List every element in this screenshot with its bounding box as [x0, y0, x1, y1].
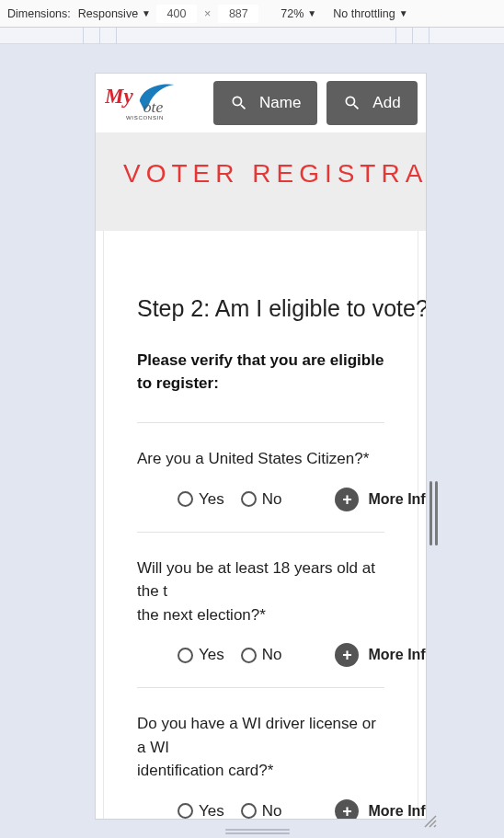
drag-handle-icon[interactable]	[225, 829, 290, 834]
radio-icon	[178, 803, 193, 819]
logo-vote-text: ote	[143, 98, 164, 116]
radio-no-label: No	[262, 646, 282, 664]
plus-icon: +	[335, 643, 359, 667]
more-info-label: More Inf	[368, 491, 425, 508]
radio-yes[interactable]: Yes	[178, 646, 224, 664]
page-title: VOTER REGISTRAT	[123, 159, 398, 189]
radio-yes-label: Yes	[199, 490, 224, 509]
radio-icon	[241, 491, 257, 507]
search-icon	[343, 94, 361, 112]
logo-my-text: My	[105, 86, 133, 109]
question-text: Are you a United States Citizen?*	[137, 447, 384, 471]
device-viewport-wrap: My ote WISCONSIN Name Add VOTER REGISTRA…	[0, 44, 504, 838]
devtools-ruler	[0, 28, 504, 44]
radio-icon	[241, 803, 257, 819]
chevron-down-icon: ▼	[307, 8, 316, 18]
plus-icon: +	[335, 799, 359, 819]
dimensions-label: Dimensions:	[7, 7, 71, 20]
question-block: Will you be at least 18 years old at the…	[137, 532, 384, 688]
more-info-label: More Inf	[368, 803, 425, 819]
more-info-toggle[interactable]: + More Inf	[335, 643, 425, 667]
radio-no-label: No	[262, 802, 282, 819]
radio-icon	[178, 491, 193, 507]
search-name-label: Name	[259, 94, 301, 112]
plus-icon: +	[335, 488, 359, 511]
dimension-separator: ×	[202, 7, 212, 20]
width-input[interactable]	[156, 5, 197, 23]
radio-yes-label: Yes	[199, 802, 224, 819]
radio-no[interactable]: No	[241, 646, 282, 664]
zoom-dropdown[interactable]: 72% ▼	[281, 7, 316, 20]
question-options-row: Yes No + More Inf	[137, 488, 384, 511]
search-icon	[230, 94, 248, 112]
page-title-band: VOTER REGISTRAT	[96, 133, 426, 231]
question-options-row: Yes No + More Inf	[137, 643, 384, 667]
scrollbar[interactable]	[430, 481, 438, 545]
radio-icon	[178, 648, 193, 663]
eligibility-card: Step 2: Am I eligible to vote? Please ve…	[103, 231, 418, 819]
question-block: Are you a United States Citizen?* Yes No…	[137, 422, 384, 532]
responsive-dropdown[interactable]: Responsive ▼	[78, 7, 151, 20]
search-address-button[interactable]: Add	[326, 81, 417, 125]
radio-no[interactable]: No	[241, 490, 282, 509]
search-name-button[interactable]: Name	[213, 81, 317, 125]
chevron-down-icon: ▼	[142, 8, 151, 18]
question-text: Do you have a WI driver license or a WI …	[137, 712, 384, 783]
radio-yes-label: Yes	[199, 646, 224, 664]
height-input[interactable]	[218, 5, 258, 23]
radio-yes[interactable]: Yes	[178, 802, 224, 819]
question-text: Will you be at least 18 years old at the…	[137, 557, 384, 627]
more-info-label: More Inf	[368, 647, 425, 663]
logo-myvote-wisconsin: My ote WISCONSIN	[105, 81, 204, 124]
radio-icon	[241, 648, 257, 663]
radio-no-label: No	[262, 490, 282, 509]
more-info-toggle[interactable]: + More Inf	[335, 488, 425, 511]
logo-wisconsin-text: WISCONSIN	[126, 115, 164, 121]
app-header: My ote WISCONSIN Name Add	[96, 74, 426, 133]
more-info-toggle[interactable]: + More Inf	[335, 799, 425, 819]
throttling-dropdown[interactable]: No throttling ▼	[333, 7, 407, 20]
resize-handle-icon[interactable]	[423, 814, 438, 829]
radio-no[interactable]: No	[241, 802, 282, 819]
chevron-down-icon: ▼	[399, 8, 408, 18]
verify-instruction: Please verify that you are eligible to r…	[137, 350, 384, 395]
question-options-row: Yes No + More Inf	[137, 799, 384, 819]
devtools-toolbar: Dimensions: Responsive ▼ × 72% ▼ No thro…	[0, 0, 504, 28]
question-block: Do you have a WI driver license or a WI …	[137, 687, 384, 819]
search-address-label: Add	[372, 94, 400, 112]
radio-yes[interactable]: Yes	[178, 490, 224, 509]
step-heading: Step 2: Am I eligible to vote?	[137, 295, 384, 322]
device-frame: My ote WISCONSIN Name Add VOTER REGISTRA…	[96, 74, 426, 819]
